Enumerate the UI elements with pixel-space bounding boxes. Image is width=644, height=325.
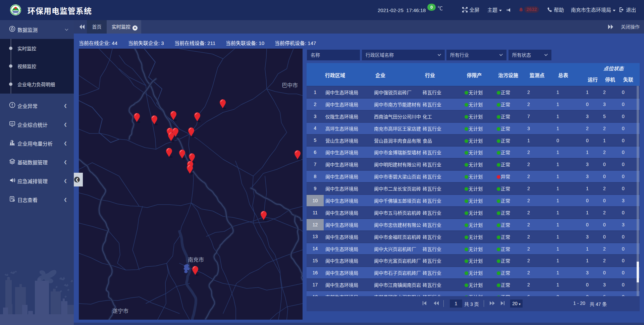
svg-text:南充市: 南充市 (188, 257, 204, 263)
svg-text:遂宁市: 遂宁市 (112, 308, 128, 314)
svg-text:巴中市: 巴中市 (282, 83, 298, 88)
